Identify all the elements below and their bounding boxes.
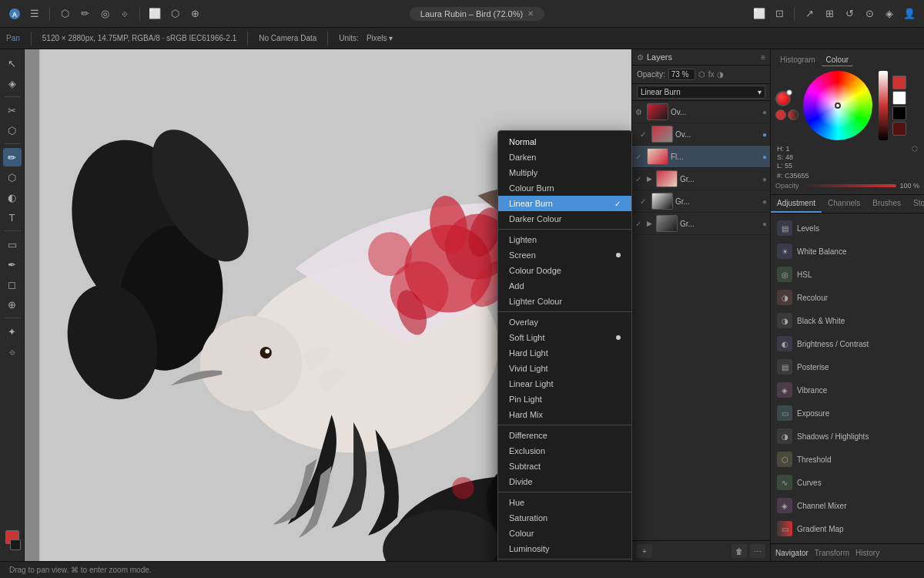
fill-tool[interactable]: ◐ [3,188,22,207]
view-icon-1[interactable]: ⬜ [751,5,768,22]
tab-transform[interactable]: Transform [815,549,849,557]
settings-icon-2[interactable]: ◈ [881,5,898,22]
tab-channels[interactable]: Channels [822,195,866,213]
blend-difference[interactable]: Difference [498,428,631,443]
adj-vibrance[interactable]: ◈ Vibrance [774,378,921,402]
tool-icon-7[interactable]: ⊕ [186,5,203,22]
blend-overlay[interactable]: Overlay [498,314,631,330]
opacity-slider[interactable] [802,184,897,187]
mask-icon[interactable]: ◑ [717,70,724,79]
group-arrow-icon[interactable]: ▶ [647,175,652,183]
view-icon-2[interactable]: ⊡ [771,5,788,22]
text-tool[interactable]: T [3,208,22,227]
blend-colour-dodge[interactable]: Colour Dodge [498,263,631,278]
swatch-white[interactable] [892,91,906,105]
layer-item[interactable]: ✓ ▶ Gr... ● [632,213,770,235]
tool-icon-2[interactable]: ✏ [76,5,93,22]
opacity-input[interactable] [668,69,695,80]
fx-icon[interactable]: fx [708,70,715,79]
swatch-darkred[interactable] [892,122,906,136]
selection-tool[interactable]: ◻ [3,275,22,294]
color-btn-1[interactable] [775,109,786,120]
layer-item[interactable]: ⚙ Ov... ● [632,101,770,123]
blend-linear-burn[interactable]: Linear Burn ✓ [498,196,631,211]
color-wheel-area[interactable] [803,71,888,140]
adj-channel-mixer[interactable]: ◈ Channel Mixer [774,494,921,517]
adj-brightness[interactable]: ◐ Brightness / Contrast [774,332,921,355]
adj-hsl[interactable]: ◎ HSL [774,263,921,286]
adj-exposure[interactable]: ▭ Exposure [774,402,921,425]
blend-screen[interactable]: Screen [498,247,631,263]
blend-divide[interactable]: Divide [498,474,631,489]
shape-tool[interactable]: ▭ [3,235,22,254]
eyedropper-tool[interactable]: ✦ [3,322,22,341]
blend-mode-dropdown[interactable]: Normal Darken Multiply Colour Burn Linea… [497,130,632,561]
blend-exclusion[interactable]: Exclusion [498,443,631,459]
layer-item[interactable]: ✓ Fl... ● [632,146,770,168]
visibility-icon[interactable]: ⚙ [635,108,644,116]
alpha-lock-icon[interactable]: ⬡ [698,70,705,79]
tab-stock[interactable]: Stock [907,195,924,213]
adj-white-balance[interactable]: ☀ White Balance [774,240,921,263]
blend-hard-light[interactable]: Hard Light [498,345,631,361]
adj-shadows[interactable]: ◑ Shadows / Highlights [774,425,921,448]
export-icon[interactable]: ⊞ [821,5,838,22]
brush-tool[interactable]: ✏ [3,148,22,166]
layer-options-button[interactable]: ⋯ [750,544,765,558]
menu-icon[interactable]: ☰ [26,5,43,22]
tool-icon-6[interactable]: ⬡ [166,5,183,22]
blend-darker-colour[interactable]: Darker Colour [498,211,631,227]
blend-vivid-light[interactable]: Vivid Light [498,361,631,376]
visibility-icon[interactable]: ✓ [635,175,644,183]
history-icon[interactable]: ↺ [841,5,858,22]
blend-pin-light[interactable]: Pin Light [498,391,631,407]
adj-curves[interactable]: ∿ Curves [774,471,921,494]
zoom-tool[interactable]: ⊕ [3,295,22,314]
layer-item[interactable]: ✓ Ov... ● [632,123,770,146]
pen-tool[interactable]: ✒ [3,255,22,274]
blend-colour[interactable]: Colour [498,526,631,541]
visibility-icon[interactable]: ✓ [635,153,644,161]
adj-posterise[interactable]: ▤ Posterise [774,355,921,378]
visibility-icon[interactable]: ✓ [635,220,644,228]
tab-history[interactable]: History [855,549,879,557]
blend-multiply[interactable]: Multiply [498,165,631,180]
layer-item[interactable]: ✓ ▶ Gr... ● [632,168,770,190]
transform-tool[interactable]: ⟐ [3,342,22,361]
share-icon[interactable]: ↗ [801,5,818,22]
units-dropdown[interactable]: Pixels ▾ [367,34,393,42]
color-btn-2[interactable] [788,109,798,120]
blend-lighten[interactable]: Lighten [498,232,631,247]
blend-hard-mix[interactable]: Hard Mix [498,407,631,422]
adj-bw[interactable]: ◑ Black & White [774,309,921,332]
tool-icon-3[interactable]: ◎ [96,5,113,22]
blend-mode-button[interactable]: Linear Burn ▾ [637,86,765,99]
blend-subtract[interactable]: Subtract [498,459,631,474]
brightness-strip[interactable] [879,71,888,140]
blend-hue[interactable]: Hue [498,495,631,510]
fg-color-selector[interactable] [775,91,791,106]
slice-tool[interactable]: ⬡ [3,121,22,139]
colour-tab[interactable]: Colour [822,54,853,66]
adj-threshold[interactable]: ⬡ Threshold [774,448,921,471]
blend-saturation[interactable]: Saturation [498,510,631,526]
move-tool[interactable]: ↖ [3,54,22,72]
crop-tool[interactable]: ✂ [3,101,22,119]
layer-settings-icon[interactable]: ⚙ [637,53,644,62]
app-icon[interactable]: A [6,5,23,22]
group-arrow-icon[interactable]: ▶ [647,220,652,227]
background-color[interactable] [10,539,21,550]
user-icon[interactable]: 👤 [901,5,918,22]
blend-darken[interactable]: Darken [498,150,631,165]
adj-gradient-map[interactable]: ▭ Gradient Map [774,517,921,540]
tab-brushes[interactable]: Brushes [866,195,907,213]
node-tool[interactable]: ◈ [3,74,22,92]
close-tab-button[interactable]: ✕ [527,9,534,18]
tab-navigator[interactable]: Navigator [775,549,808,557]
blend-soft-light[interactable]: Soft Light [498,330,631,345]
visibility-icon[interactable]: ✓ [640,197,649,206]
tool-icon-4[interactable]: ⟐ [116,5,133,22]
blend-add[interactable]: Add [498,278,631,294]
swatch-black[interactable] [892,106,906,120]
paint-tool[interactable]: ⬡ [3,168,22,187]
